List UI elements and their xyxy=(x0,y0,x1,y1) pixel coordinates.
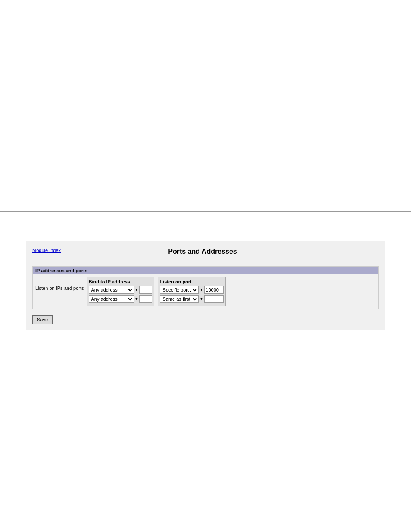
bind-row-1: Any address Specific address ▼ xyxy=(89,286,153,294)
port-input-2[interactable] xyxy=(204,295,224,303)
bind-select-1[interactable]: Any address Specific address xyxy=(89,286,134,294)
bind-dropdown-arrow-1: ▼ xyxy=(135,288,139,292)
bind-ip-block: Bind to IP address Any address Specific … xyxy=(87,277,155,306)
save-button-container: Save xyxy=(32,312,379,324)
mid-rule2 xyxy=(0,233,411,233)
port-dropdown-arrow-1: ▼ xyxy=(199,288,203,292)
save-button[interactable]: Save xyxy=(32,315,53,324)
bind-row-2: Any address Specific address ▼ xyxy=(89,295,153,303)
two-cols: Bind to IP address Any address Specific … xyxy=(87,277,226,306)
port-row-2: Specific port .. Same as first Any port … xyxy=(160,295,224,303)
port-dropdown-arrow-2: ▼ xyxy=(199,297,203,301)
port-col-header: Listen on port xyxy=(160,279,224,284)
port-block: Listen on port Specific port .. Same as … xyxy=(158,277,226,306)
bind-input-2[interactable] xyxy=(139,295,152,303)
port-input-1[interactable] xyxy=(204,286,224,294)
top-rule xyxy=(0,26,411,26)
listen-label: Listen on IPs and ports xyxy=(35,277,87,291)
port-select-1[interactable]: Specific port .. Same as first Any port xyxy=(160,286,199,294)
module-index-link[interactable]: Module Index xyxy=(32,248,61,253)
port-row-1: Specific port .. Same as first Any port … xyxy=(160,286,224,294)
section-header-ip-ports: IP addresses and ports xyxy=(33,267,378,274)
port-select-2[interactable]: Specific port .. Same as first Any port xyxy=(160,295,199,303)
bottom-rule xyxy=(0,515,411,515)
bind-input-1[interactable] xyxy=(139,286,152,294)
page-title: Ports and Addresses xyxy=(61,248,344,255)
mid-rule xyxy=(0,211,411,212)
bind-dropdown-arrow-2: ▼ xyxy=(135,297,139,301)
content-area: Module Index Ports and Addresses IP addr… xyxy=(26,241,385,330)
form-body: Listen on IPs and ports Bind to IP addre… xyxy=(33,274,378,309)
bind-select-2[interactable]: Any address Specific address xyxy=(89,295,134,303)
bind-col-header: Bind to IP address xyxy=(89,279,153,284)
form-container: IP addresses and ports Listen on IPs and… xyxy=(32,266,379,309)
